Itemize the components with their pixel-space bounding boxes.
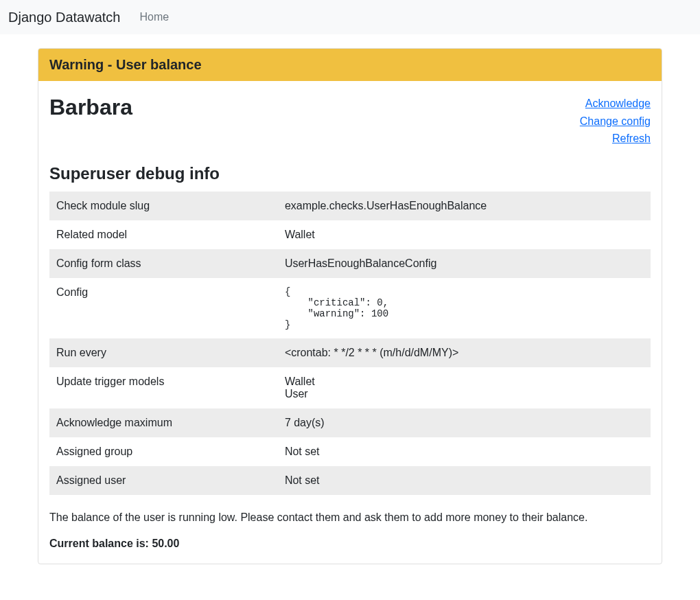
acknowledge-link[interactable]: Acknowledge <box>580 95 651 113</box>
cell-value: <crontab: * */2 * * * (m/h/d/dM/MY)> <box>278 338 651 367</box>
cell-label: Assigned user <box>49 466 278 495</box>
result-card: Warning - User balance Barbara Acknowled… <box>38 48 662 564</box>
table-row: Run every <crontab: * */2 * * * (m/h/d/d… <box>49 338 651 367</box>
nav-home-link[interactable]: Home <box>134 5 174 29</box>
card-body: Barbara Acknowledge Change config Refres… <box>38 81 662 564</box>
cell-value: Wallet User <box>278 367 651 408</box>
table-row: Acknowledge maximum 7 day(s) <box>49 408 651 437</box>
table-row: Config form class UserHasEnoughBalanceCo… <box>49 249 651 278</box>
cell-label: Related model <box>49 220 278 249</box>
config-pre: { "critical": 0, "warning": 100 } <box>285 286 644 330</box>
refresh-link[interactable]: Refresh <box>580 130 651 148</box>
cell-label: Assigned group <box>49 437 278 466</box>
cell-label: Update trigger models <box>49 367 278 408</box>
cell-value: 7 day(s) <box>278 408 651 437</box>
cell-label: Config <box>49 278 278 338</box>
cell-value: Not set <box>278 466 651 495</box>
cell-label: Config form class <box>49 249 278 278</box>
table-row: Check module slug example.checks.UserHas… <box>49 192 651 220</box>
action-links: Acknowledge Change config Refresh <box>580 95 651 148</box>
table-row: Config { "critical": 0, "warning": 100 } <box>49 278 651 338</box>
cell-value: { "critical": 0, "warning": 100 } <box>278 278 651 338</box>
table-row: Assigned group Not set <box>49 437 651 466</box>
table-row: Update trigger models Wallet User <box>49 367 651 408</box>
table-row: Related model Wallet <box>49 220 651 249</box>
cell-value: example.checks.UserHasEnoughBalance <box>278 192 651 220</box>
debug-table: Check module slug example.checks.UserHas… <box>49 192 651 495</box>
cell-label: Run every <box>49 338 278 367</box>
cell-label: Acknowledge maximum <box>49 408 278 437</box>
balance-text: Current balance is: 50.00 <box>49 538 651 550</box>
navbar: Django Datawatch Home <box>0 0 700 34</box>
cell-label: Check module slug <box>49 192 278 220</box>
subject-title: Barbara <box>49 95 132 120</box>
table-row: Assigned user Not set <box>49 466 651 495</box>
cell-value: UserHasEnoughBalanceConfig <box>278 249 651 278</box>
debug-heading: Superuser debug info <box>49 164 651 183</box>
card-header: Warning - User balance <box>38 49 662 81</box>
description-text: The balance of the user is running low. … <box>49 511 651 524</box>
brand-link[interactable]: Django Datawatch <box>8 6 120 29</box>
cell-value: Wallet <box>278 220 651 249</box>
change-config-link[interactable]: Change config <box>580 113 651 130</box>
cell-value: Not set <box>278 437 651 466</box>
